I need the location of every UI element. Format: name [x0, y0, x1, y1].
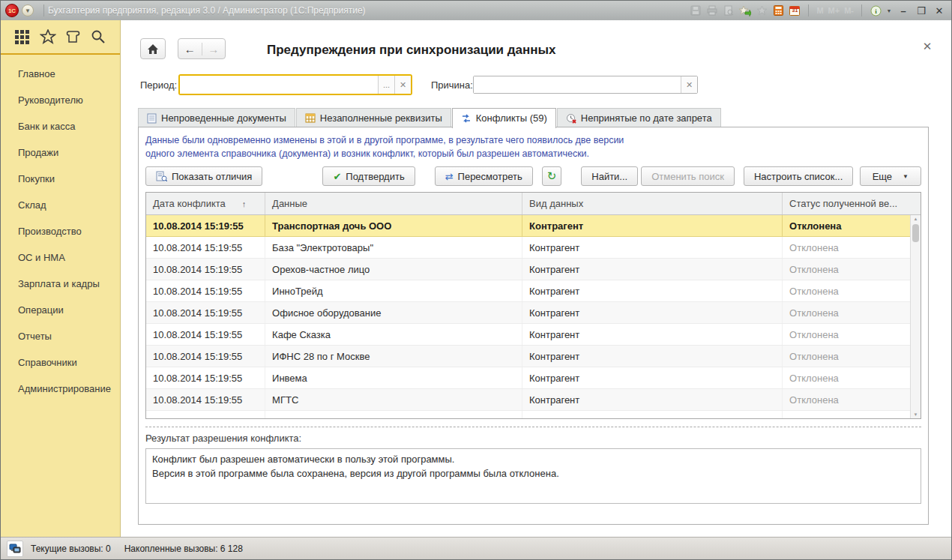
calculator-icon[interactable]	[771, 4, 785, 17]
splitter[interactable]	[145, 427, 921, 427]
diff-icon	[156, 171, 167, 181]
sidebar-item-производство[interactable]: Производство	[1, 218, 120, 244]
history-nav-buttons: ← →	[178, 38, 226, 59]
conflicts-table-body: 10.08.2014 15:19:55 Транспортная дочь ОО…	[146, 215, 921, 419]
document-icon	[147, 113, 157, 124]
sidebar-item-отчеты[interactable]: Отчеты	[1, 323, 120, 349]
sort-ascending-icon: ↑	[242, 199, 247, 208]
table-row[interactable]: 10.08.2014 15:19:55 База "Электротовары"…	[146, 237, 921, 259]
reason-field-group: ✕	[473, 76, 698, 94]
refresh-icon: ↻	[547, 169, 557, 183]
titlebar-divider	[43, 4, 44, 16]
page-title: Предупреждения при синхронизации данных	[267, 43, 556, 58]
info-icon[interactable]: i	[869, 4, 882, 17]
check-icon: ✔	[333, 171, 341, 182]
memory-minus-button[interactable]: M-	[843, 6, 855, 15]
reason-input[interactable]	[474, 76, 681, 93]
search-icon[interactable]	[89, 28, 107, 46]
tab-незаполненные-реквизиты[interactable]: Незаполненные реквизиты	[296, 108, 451, 127]
tab-конфликты-59-[interactable]: Конфликты (59)	[452, 108, 556, 128]
cancel-search-button[interactable]: Отменить поиск	[641, 166, 735, 186]
table-scrollbar[interactable]: ▲ ▼	[910, 215, 921, 418]
table-row[interactable]: 10.08.2014 15:19:55 Кафе Сказка Контраге…	[146, 324, 921, 346]
minimize-button[interactable]: –	[896, 4, 911, 17]
scroll-down-icon[interactable]: ▼	[911, 412, 921, 417]
save-icon[interactable]	[689, 4, 702, 17]
history-icon[interactable]	[64, 28, 82, 46]
table-row[interactable]: 10.08.2014 15:19:55 Офисное оборудование…	[146, 302, 921, 324]
sidebar-item-руководителю[interactable]: Руководителю	[1, 87, 120, 113]
more-actions-button[interactable]: Еще ▼	[860, 166, 921, 186]
sidebar-item-склад[interactable]: Склад	[1, 192, 120, 218]
maximize-button[interactable]: ❒	[914, 4, 929, 17]
conflicts-description: Данные были одновременно изменены в этой…	[145, 133, 921, 160]
favorites-icon[interactable]	[755, 4, 768, 17]
system-menu-button[interactable]: ▼	[22, 4, 34, 16]
sidebar-item-справочники[interactable]: Справочники	[1, 349, 120, 376]
server-calls-icon[interactable]	[7, 541, 23, 557]
tab-непринятые-по-дате-запрета[interactable]: Непринятые по дате запрета	[557, 108, 721, 127]
sidebar-item-администрирование[interactable]: Администрирование	[1, 376, 120, 402]
scroll-up-icon[interactable]: ▲	[911, 217, 921, 221]
forward-button[interactable]: →	[202, 43, 226, 55]
sidebar-item-главное[interactable]: Главное	[1, 61, 120, 87]
sidebar-item-покупки[interactable]: Покупки	[1, 166, 120, 192]
table-row[interactable]: 10.08.2014 15:19:55 Инвема Контрагент От…	[146, 367, 921, 389]
column-header-date[interactable]: Дата конфликта ↑	[146, 193, 265, 214]
column-header-status[interactable]: Статус полученной ве...	[783, 193, 921, 214]
add-favorite-icon[interactable]	[738, 4, 752, 17]
clock-forbidden-icon	[566, 113, 576, 124]
result-text: Конфликт был разрешен автоматически в по…	[145, 448, 921, 504]
column-header-data[interactable]: Данные	[265, 193, 522, 214]
table-row[interactable]: 10.08.2014 15:19:55 ИФНС 28 по г Москве …	[146, 346, 921, 367]
info-dropdown-icon[interactable]: ▼	[885, 4, 893, 17]
review-arrows-icon: ⇄	[445, 171, 454, 182]
chevron-down-icon: ▼	[903, 173, 909, 180]
confirm-button[interactable]: ✔ Подтвердить	[322, 166, 415, 186]
review-button[interactable]: ⇄ Пересмотреть	[435, 166, 533, 186]
titlebar-divider	[861, 4, 862, 16]
sidebar-item-зарплата-и-кадры[interactable]: Зарплата и кадры	[1, 271, 120, 297]
print-preview-icon[interactable]	[722, 4, 735, 17]
reason-clear-button[interactable]: ✕	[681, 76, 697, 93]
home-button[interactable]	[140, 38, 166, 59]
table-row[interactable]: 10.08.2014 15:19:55 ИнноТрейд Контрагент…	[146, 280, 921, 302]
table-row[interactable]: 10.08.2014 15:19:55 Аэрофлот Контрагент …	[146, 411, 921, 419]
scrollbar-thumb[interactable]	[912, 224, 919, 242]
status-bar: Текущие вызовы: 0 Накопленные вызовы: 6 …	[1, 537, 951, 559]
table-row[interactable]: 10.08.2014 15:19:55 Орехов-частное лицо …	[146, 259, 921, 280]
conflict-arrows-icon	[461, 113, 472, 124]
table-icon	[305, 113, 316, 123]
configure-list-button[interactable]: Настроить список...	[744, 166, 853, 186]
show-differences-button[interactable]: Показать отличия	[145, 166, 262, 186]
refresh-button[interactable]: ↻	[542, 166, 562, 186]
titlebar: 1С ▼ Бухгалтерия предприятия, редакция 3…	[1, 1, 951, 20]
sections-menu-icon[interactable]	[13, 28, 31, 46]
result-label: Результат разрешения конфликта:	[145, 433, 921, 444]
current-calls: Текущие вызовы: 0	[31, 544, 111, 554]
print-icon[interactable]	[705, 4, 719, 17]
sidebar-item-банк-и-касса[interactable]: Банк и касса	[1, 113, 120, 139]
period-label: Период:	[140, 79, 177, 91]
memory-plus-button[interactable]: M+	[828, 6, 841, 15]
back-button[interactable]: ←	[178, 43, 202, 55]
sidebar-item-ос-и-нма[interactable]: ОС и НМА	[1, 244, 120, 271]
memory-recall-button[interactable]: M	[816, 6, 824, 15]
table-row[interactable]: 10.08.2014 15:19:55 МГТС Контрагент Откл…	[146, 389, 921, 411]
close-window-button[interactable]: ✕	[932, 4, 947, 17]
favorites-star-icon[interactable]	[39, 28, 57, 46]
table-header: Дата конфликта ↑ Данные Вид данных Стату…	[146, 193, 921, 215]
sidebar-item-операции[interactable]: Операции	[1, 297, 120, 323]
column-header-kind[interactable]: Вид данных	[522, 193, 783, 214]
period-input[interactable]	[180, 76, 378, 94]
sidebar-item-продажи[interactable]: Продажи	[1, 139, 120, 166]
tab-bar: Непроведенные документы Незаполненные ре…	[138, 107, 929, 127]
sections-menu: ГлавноеРуководителюБанк и кассаПродажиПо…	[1, 55, 120, 402]
close-form-button[interactable]: ✕	[920, 40, 935, 55]
find-button[interactable]: Найти...	[581, 166, 638, 186]
period-clear-button[interactable]: ✕	[394, 76, 411, 94]
table-row[interactable]: 10.08.2014 15:19:55 Транспортная дочь ОО…	[146, 215, 921, 237]
period-more-button[interactable]: ...	[378, 76, 394, 94]
calendar-icon[interactable]: 31	[788, 4, 801, 17]
tab-непроведенные-документы[interactable]: Непроведенные документы	[138, 108, 295, 127]
